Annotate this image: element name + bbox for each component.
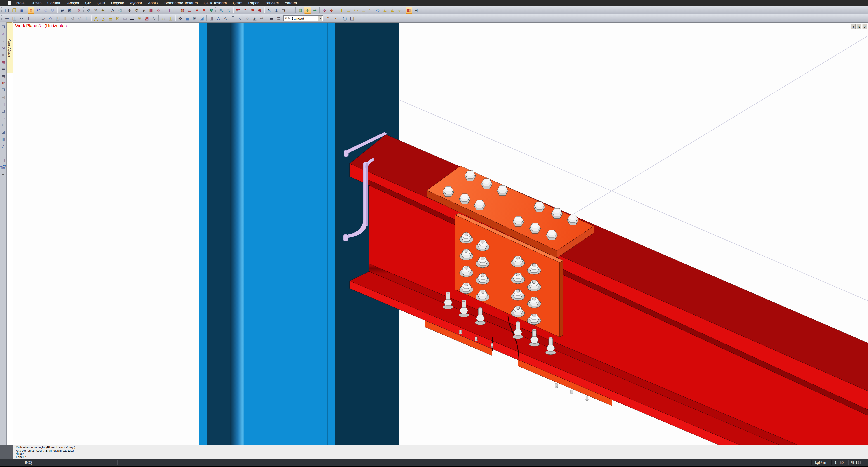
beam-button[interactable]: ⊤: [33, 15, 39, 22]
corner-slab-button[interactable]: ◰: [54, 15, 61, 22]
command-window[interactable]: Çelik elemanları seçin. (Bitirmek için s…: [0, 445, 868, 459]
steel-angle-button[interactable]: ∠: [381, 7, 388, 13]
polyline-button[interactable]: ∿: [222, 15, 229, 22]
note-button[interactable]: ↵: [100, 7, 107, 13]
z-profile-button[interactable]: Ʒ: [100, 15, 107, 22]
leader-button[interactable]: ↵: [258, 15, 266, 22]
circle-button[interactable]: ○: [237, 15, 244, 22]
text-button[interactable]: A: [215, 15, 222, 22]
command-prompt[interactable]: Komut :: [16, 456, 868, 459]
steel-bolt-tool-button[interactable]: ϟ: [396, 7, 403, 13]
select-off-button[interactable]: ▫: [0, 38, 6, 44]
select-button[interactable]: ⇗: [0, 31, 6, 37]
coord-z-button[interactable]: Z: [242, 7, 249, 13]
grid-snap-lock-button[interactable]: ▦: [297, 7, 304, 13]
new-button[interactable]: ❏: [4, 7, 10, 13]
triangle-button[interactable]: ◭: [251, 15, 258, 22]
taper-button[interactable]: ◁: [69, 15, 75, 22]
revision-cloud-button[interactable]: ◌: [244, 15, 251, 22]
view-button-v[interactable]: V: [862, 24, 867, 29]
roof-button[interactable]: ⋀: [93, 15, 99, 22]
arc-button[interactable]: ⌒: [230, 15, 237, 22]
steel-column-button[interactable]: ▮: [338, 7, 345, 13]
toolbar-grip[interactable]: [215, 7, 217, 13]
wall-button[interactable]: ◫: [11, 15, 18, 22]
list-button[interactable]: ≔: [0, 66, 6, 72]
arc-wall-button[interactable]: ↝: [18, 15, 25, 22]
save-button[interactable]: ▣: [18, 7, 25, 13]
move-button[interactable]: ✛: [126, 7, 133, 13]
image-button[interactable]: ◨: [208, 15, 215, 22]
sidebar-pager-button[interactable]: ▸: [0, 172, 6, 177]
path-snap-lock-button[interactable]: ⇢: [311, 7, 318, 13]
open-button[interactable]: ❐: [11, 7, 18, 13]
properties-button[interactable]: ▤: [0, 73, 6, 79]
copy-entities-button[interactable]: ❐: [0, 24, 6, 30]
menu-item-ayarlar[interactable]: Ayarlar: [127, 0, 145, 6]
panel-button[interactable]: ▱: [40, 15, 46, 22]
paste-special-button[interactable]: ◳: [0, 101, 6, 107]
menu-item-çiz[interactable]: Çiz: [82, 0, 94, 6]
plate-flat-button[interactable]: ▭: [122, 15, 128, 22]
delete-button[interactable]: ✕: [201, 7, 208, 13]
toolbar-grip[interactable]: [1, 7, 2, 13]
multi-select-button[interactable]: ▦: [0, 59, 6, 65]
copy-button[interactable]: ❐: [0, 87, 6, 93]
chevron-down-icon[interactable]: ▼: [318, 16, 322, 21]
ucs-button[interactable]: ⇱: [218, 7, 225, 13]
menu-item-proje[interactable]: Proje: [13, 0, 28, 6]
menu-item-betonarme-tasarım[interactable]: Betonarme Tasarım: [161, 0, 201, 6]
view-button-n[interactable]: N: [857, 24, 862, 29]
group-button[interactable]: ▭: [0, 115, 6, 121]
line-tool-button[interactable]: ╱: [0, 143, 6, 149]
hatch-button[interactable]: ▨: [143, 15, 150, 22]
stretch-button[interactable]: ▥: [148, 7, 155, 13]
toolbar-grip[interactable]: [336, 7, 337, 13]
stamp-button[interactable]: ◍: [179, 7, 186, 13]
mirror-vertical-button[interactable]: ◫: [0, 157, 6, 163]
status-scale[interactable]: 1 : 50: [835, 459, 844, 466]
pick-pen-button[interactable]: ✐: [86, 7, 92, 13]
point-snap-lock-button[interactable]: ✛: [304, 7, 311, 13]
steel-plate-button[interactable]: ◇: [374, 7, 381, 13]
select-grid-button[interactable]: ⌗: [0, 52, 6, 58]
bars-button[interactable]: ▥: [0, 136, 6, 142]
view-button-y[interactable]: Y: [851, 24, 856, 29]
rotate-button[interactable]: ↻: [133, 7, 140, 13]
menu-item-çelik[interactable]: Çelik: [94, 0, 108, 6]
menu-item-analiz[interactable]: Analiz: [145, 0, 161, 6]
tee-tool-button[interactable]: ⊤: [0, 150, 6, 156]
status-units[interactable]: kgf / m: [815, 459, 826, 466]
menu-item-görüntü[interactable]: Görüntü: [44, 0, 64, 6]
layer-states-button[interactable]: ≣: [275, 15, 282, 22]
viewport-tool-button[interactable]: ▣: [184, 15, 191, 22]
wedge-button[interactable]: ◢: [198, 15, 205, 22]
paste-button[interactable]: ▣: [0, 94, 6, 100]
zoom-previous-button[interactable]: ⊖: [59, 7, 66, 13]
menu-item-rapor[interactable]: Rapor: [245, 0, 261, 6]
shade-button[interactable]: ◪: [0, 129, 6, 135]
paint-button[interactable]: ◔: [332, 15, 339, 22]
compass-button[interactable]: Λ: [110, 7, 116, 13]
menu-item-çizim[interactable]: Çizim: [230, 0, 246, 6]
layer-swap-button[interactable]: ⇵: [0, 80, 6, 86]
center-snap-button[interactable]: ◌: [155, 7, 162, 13]
trim-button[interactable]: ⊣: [164, 7, 171, 13]
table-grid-button[interactable]: ⊞: [191, 15, 198, 22]
ucs-swap-button[interactable]: ⇅: [225, 7, 232, 13]
extend-button[interactable]: ⊢: [172, 7, 179, 13]
point-cloud-button[interactable]: ⁙: [0, 122, 6, 128]
steel-brace-button[interactable]: ◺: [367, 7, 374, 13]
steel-grid-button[interactable]: ⊞: [413, 7, 420, 13]
web-splice-plate-side[interactable]: [559, 261, 563, 337]
snap-mid-button[interactable]: ✣: [328, 7, 335, 13]
hopper-button[interactable]: ▽: [76, 15, 83, 22]
page-layout-button[interactable]: ◫: [348, 15, 355, 22]
steel-dome-button[interactable]: ◠: [352, 7, 360, 13]
section-x-button[interactable]: ⊠: [114, 15, 121, 22]
auto-label-button[interactable]: AUTOABC: [0, 164, 6, 170]
menu-item-düzen[interactable]: Düzen: [28, 0, 44, 6]
menu-item-yardım[interactable]: Yardım: [282, 0, 300, 6]
region-button[interactable]: ▭: [186, 7, 193, 13]
layer-combobox[interactable]: ⊠ ✎Standart▼: [283, 15, 323, 21]
